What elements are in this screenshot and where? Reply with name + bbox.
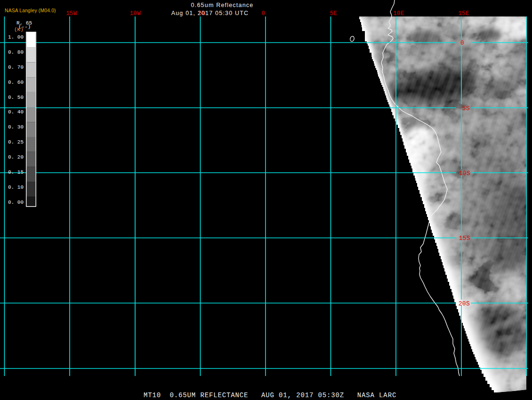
svg-text:MT10 0.65UM REFLECTANCE AUG: MT10 0.65UM REFLECTANCE AUG 01, 2017 05:… bbox=[144, 392, 396, 399]
svg-text:NASA Langley (M04.0): NASA Langley (M04.0) bbox=[5, 8, 56, 13]
svg-text:0. 50: 0. 50 bbox=[8, 95, 24, 100]
svg-text:10S: 10S bbox=[459, 170, 470, 177]
svg-text:0: 0 bbox=[460, 40, 464, 47]
svg-text:0. 30: 0. 30 bbox=[8, 124, 24, 130]
svg-text:(K): (K) bbox=[14, 27, 24, 32]
svg-text:1. 00: 1. 00 bbox=[8, 34, 24, 40]
svg-text:0. 25: 0. 25 bbox=[8, 139, 24, 145]
svg-text:5S: 5S bbox=[462, 105, 470, 112]
svg-text:0. 60: 0. 60 bbox=[8, 80, 24, 85]
svg-text:0: 0 bbox=[262, 10, 266, 17]
svg-text:0. 70: 0. 70 bbox=[8, 64, 24, 70]
svg-text:0. 80: 0. 80 bbox=[8, 49, 24, 55]
svg-text:15W: 15W bbox=[66, 10, 77, 17]
svg-text:15S: 15S bbox=[459, 235, 470, 242]
svg-text:10W: 10W bbox=[130, 10, 141, 17]
svg-text:20S: 20S bbox=[459, 300, 470, 307]
svg-text:15E: 15E bbox=[458, 10, 469, 17]
svg-text:0. 10: 0. 10 bbox=[8, 184, 24, 190]
svg-text:Aug 01, 2017 05:30 UTC: Aug 01, 2017 05:30 UTC bbox=[171, 10, 249, 16]
svg-text:0. 20: 0. 20 bbox=[8, 154, 24, 160]
svg-text:0. 00: 0. 00 bbox=[8, 200, 24, 205]
svg-text:10E: 10E bbox=[393, 10, 404, 17]
svg-text:5E: 5E bbox=[330, 10, 338, 17]
svg-text:0. 15: 0. 15 bbox=[8, 169, 24, 175]
svg-text:0. 40: 0. 40 bbox=[8, 109, 24, 115]
svg-text:0.65um Reflectance: 0.65um Reflectance bbox=[191, 2, 254, 8]
